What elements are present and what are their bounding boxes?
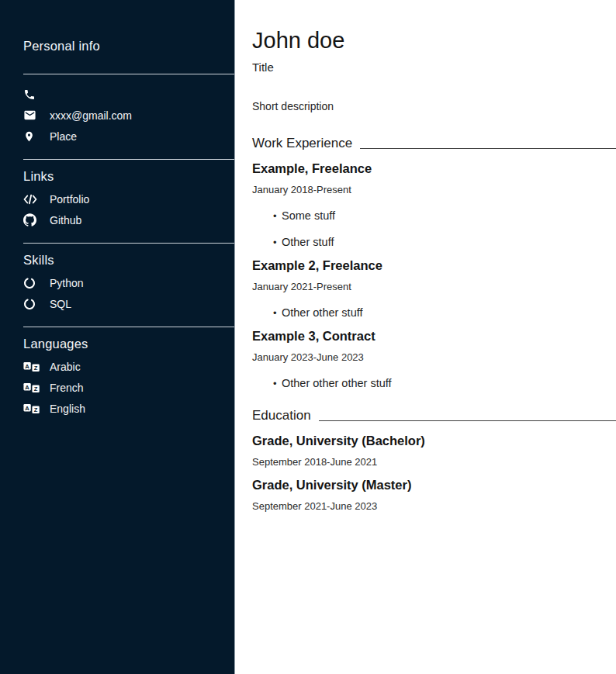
- circle-notch-icon: [23, 298, 40, 310]
- section-rule: [360, 148, 616, 149]
- entry-date: September 2018-June 2021: [252, 456, 616, 468]
- link-item-portfolio[interactable]: Portfolio: [23, 188, 234, 209]
- envelope-icon: [23, 109, 40, 122]
- experience-entry: Example, Freelance January 2018-Present …: [252, 161, 616, 248]
- education-entry: Grade, University (Master) September 202…: [252, 478, 616, 512]
- main-content: John doe Title Short description Work Ex…: [235, 0, 616, 674]
- entry-date: January 2023-June 2023: [252, 351, 616, 363]
- work-experience-heading: Work Experience: [252, 136, 616, 151]
- education-heading: Education: [252, 408, 616, 423]
- circle-notch-icon: [23, 277, 40, 289]
- links-list: Portfolio Github: [23, 188, 234, 230]
- sidebar: Personal info xxxx@gmail.com Place: [0, 0, 235, 674]
- links-heading: Links: [23, 169, 234, 184]
- personal-info-heading: Personal info: [23, 39, 234, 54]
- entry-title: Example 2, Freelance: [252, 258, 616, 273]
- contact-item-email: xxxx@gmail.com: [23, 105, 234, 126]
- education-entry: Grade, University (Bachelor) September 2…: [252, 434, 616, 468]
- divider: [23, 327, 234, 327]
- code-icon: [23, 194, 40, 205]
- portfolio-link-label: Portfolio: [50, 193, 89, 206]
- svg-text:Z: Z: [34, 385, 38, 392]
- skill-item-python: Python: [23, 272, 234, 293]
- svg-text:A: A: [25, 362, 29, 369]
- skill-item-sql: SQL: [23, 293, 234, 314]
- link-item-github[interactable]: Github: [23, 209, 234, 230]
- section-title: Work Experience: [252, 136, 352, 151]
- skills-list: Python SQL: [23, 272, 234, 314]
- language-item-english: AZ English: [23, 398, 234, 419]
- language-item-arabic: AZ Arabic: [23, 356, 234, 377]
- experience-entry: Example 3, Contract January 2023-June 20…: [252, 329, 616, 389]
- github-link-label: Github: [50, 214, 81, 226]
- experience-entry: Example 2, Freelance January 2021-Presen…: [252, 258, 616, 319]
- location-icon: [23, 130, 40, 143]
- svg-text:Z: Z: [34, 406, 38, 413]
- entry-bullets: Other other other stuff: [252, 377, 616, 389]
- email-value: xxxx@gmail.com: [50, 109, 132, 122]
- languages-heading: Languages: [23, 337, 234, 351]
- entry-title: Example 3, Contract: [252, 329, 616, 344]
- skills-heading: Skills: [23, 253, 234, 268]
- bullet-item: Other stuff: [273, 236, 616, 248]
- divider: [23, 159, 234, 160]
- entry-date: September 2021-June 2023: [252, 500, 616, 512]
- short-description: Short description: [252, 100, 616, 112]
- entry-bullets: Some stuff Other stuff: [252, 209, 616, 248]
- language-label: English: [50, 403, 85, 415]
- language-label: French: [50, 382, 84, 394]
- skill-label: Python: [50, 277, 84, 289]
- skill-label: SQL: [50, 298, 71, 310]
- job-title: Title: [252, 60, 616, 74]
- languages-list: AZ Arabic AZ French AZ English: [23, 356, 234, 419]
- entry-title: Grade, University (Bachelor): [252, 434, 616, 448]
- name-heading: John doe: [252, 28, 616, 54]
- language-label: Arabic: [50, 361, 81, 373]
- place-value: Place: [50, 130, 77, 143]
- language-icon: AZ: [23, 403, 40, 414]
- divider: [23, 243, 234, 244]
- section-rule: [319, 420, 616, 421]
- language-icon: AZ: [23, 361, 40, 372]
- contact-item-place: Place: [23, 126, 234, 147]
- svg-text:A: A: [25, 383, 29, 390]
- github-icon: [23, 213, 40, 226]
- resume-page: Personal info xxxx@gmail.com Place: [0, 0, 616, 674]
- svg-text:Z: Z: [34, 365, 38, 372]
- bullet-item: Other other other stuff: [273, 377, 616, 389]
- entry-date: January 2021-Present: [252, 281, 616, 292]
- contact-item-phone: [23, 84, 234, 105]
- entry-title: Grade, University (Master): [252, 478, 616, 493]
- language-item-french: AZ French: [23, 377, 234, 398]
- entry-date: January 2018-Present: [252, 184, 616, 195]
- language-icon: AZ: [23, 382, 40, 393]
- entry-bullets: Other other stuff: [252, 306, 616, 319]
- divider: [23, 74, 234, 74]
- phone-icon: [23, 88, 40, 101]
- entry-title: Example, Freelance: [252, 161, 616, 176]
- bullet-item: Some stuff: [273, 209, 616, 222]
- svg-text:A: A: [25, 404, 29, 411]
- contact-list: xxxx@gmail.com Place: [23, 84, 234, 147]
- bullet-item: Other other stuff: [273, 306, 616, 319]
- section-title: Education: [252, 408, 311, 423]
